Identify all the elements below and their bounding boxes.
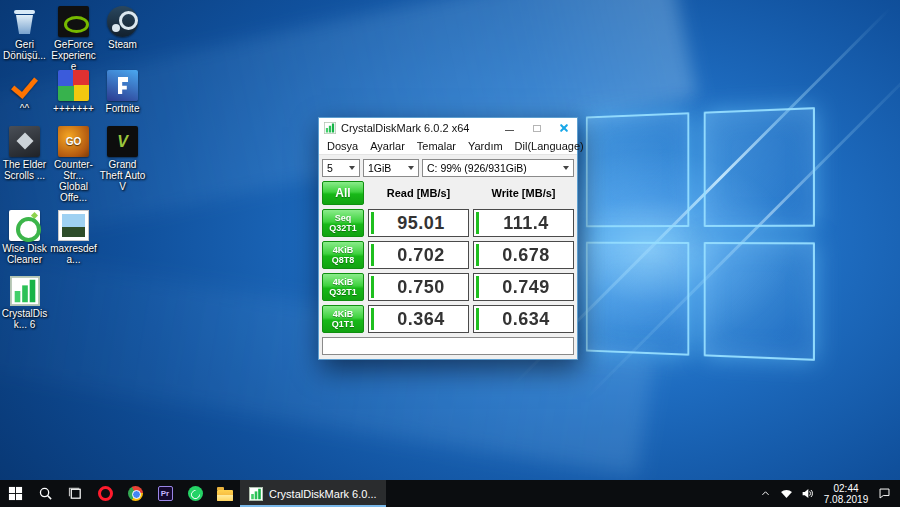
crystaldiskmark-window: CrystalDiskMark 6.0.2 x64 Dosya Ayarlar … <box>318 117 578 360</box>
desktop-icon-label: GeForce Experience <box>50 39 98 72</box>
4kib-q8t8-button[interactable]: 4KiBQ8T8 <box>322 241 364 269</box>
task-view-icon <box>68 486 83 501</box>
search-icon <box>38 486 53 501</box>
desktop-icon-steam[interactable]: Steam <box>98 6 147 70</box>
minimize-icon <box>505 130 514 131</box>
desktop-icon-orange-app[interactable]: ^^ <box>0 70 49 126</box>
recycle-bin-icon <box>9 6 40 37</box>
desktop-icon-label: Grand Theft Auto V <box>99 159 147 192</box>
4kib-q1t1-write-value: 0.634 <box>473 305 574 333</box>
elder-scrolls-icon <box>9 126 40 157</box>
desktop: Geri Dönüşü... ^^ The Elder Scrolls ... … <box>0 0 900 507</box>
taskbar-file-explorer-button[interactable] <box>210 480 240 507</box>
wise-disk-cleaner-icon <box>9 210 40 241</box>
desktop-icon-column: GeForce Experience +++++++ GO Counter-St… <box>49 6 98 276</box>
all-button[interactable]: All <box>322 181 364 205</box>
system-tray: 02:44 7.08.2019 <box>755 480 900 507</box>
action-center-button[interactable] <box>874 480 895 507</box>
taskbar-clock[interactable]: 02:44 7.08.2019 <box>818 483 874 505</box>
chrome-icon <box>128 486 143 501</box>
desktop-icon-gtav[interactable]: V Grand Theft Auto V <box>98 126 147 210</box>
desktop-icon-column: Geri Dönüşü... ^^ The Elder Scrolls ... … <box>0 6 49 336</box>
chevron-down-icon <box>563 166 569 170</box>
maximize-icon <box>533 125 541 132</box>
menu-ayarlar[interactable]: Ayarlar <box>364 140 411 152</box>
app-icon <box>324 122 336 134</box>
desktop-icon-recycle-bin[interactable]: Geri Dönüşü... <box>0 6 49 70</box>
taskbar-opera-button[interactable] <box>90 480 120 507</box>
taskbar-chrome-button[interactable] <box>120 480 150 507</box>
menu-yardim[interactable]: Yardım <box>462 140 509 152</box>
desktop-icon-fortnite[interactable]: Fortnite <box>98 70 147 126</box>
network-button[interactable] <box>776 480 797 507</box>
window-titlebar[interactable]: CrystalDiskMark 6.0.2 x64 <box>319 118 577 138</box>
desktop-icon-elder-scrolls[interactable]: The Elder Scrolls ... <box>0 126 49 210</box>
taskbar-premiere-button[interactable]: Pr <box>150 480 180 507</box>
orange-check-icon <box>9 70 40 101</box>
seq-q32t1-read-value: 95.01 <box>368 209 469 237</box>
desktop-icon-column: Steam Fortnite V Grand Theft Auto V <box>98 6 147 210</box>
desktop-icon-maxresdefault[interactable]: maxresdefa... <box>49 210 98 276</box>
desktop-icon-label: +++++++ <box>50 103 98 114</box>
desktop-icon-label: The Elder Scrolls ... <box>1 159 49 181</box>
chevron-up-icon <box>760 488 771 499</box>
taskbar-task-crystaldiskmark[interactable]: CrystalDiskMark 6.0... <box>240 480 386 507</box>
menu-language[interactable]: Dil(Language) <box>509 140 590 152</box>
windows-logo-pane <box>703 107 815 226</box>
menu-temalar[interactable]: Temalar <box>411 140 462 152</box>
desktop-icon-wise-disk-cleaner[interactable]: Wise Disk Cleaner <box>0 210 49 276</box>
start-button[interactable] <box>0 480 30 507</box>
taskbar-whatsapp-button[interactable] <box>180 480 210 507</box>
desktop-icon-label: CrystalDisk... 6 <box>1 308 49 330</box>
maximize-button[interactable] <box>523 118 550 138</box>
4kib-q8t8-read-value: 0.702 <box>368 241 469 269</box>
tray-overflow-button[interactable] <box>755 480 776 507</box>
mosaic-icon <box>58 70 89 101</box>
chevron-down-icon <box>349 166 355 170</box>
desktop-icon-geforce-experience[interactable]: GeForce Experience <box>49 6 98 70</box>
test-size-select[interactable]: 1GiB <box>363 159 419 177</box>
desktop-icon-label: Counter-Str... Global Offe... <box>50 159 98 203</box>
whatsapp-icon <box>188 486 203 501</box>
desktop-icon-label: Fortnite <box>99 103 147 114</box>
test-controls: 5 1GiB C: 99% (926/931GiB) <box>322 159 574 177</box>
task-view-button[interactable] <box>60 480 90 507</box>
desktop-icon-label: ^^ <box>1 103 49 114</box>
seq-q32t1-write-value: 111.4 <box>473 209 574 237</box>
4kib-q32t1-button[interactable]: 4KiBQ32T1 <box>322 273 364 301</box>
window-caption-buttons <box>496 118 577 138</box>
menu-bar: Dosya Ayarlar Temalar Yardım Dil(Languag… <box>319 138 577 155</box>
seq-q32t1-button[interactable]: SeqQ32T1 <box>322 209 364 237</box>
steam-icon <box>107 6 138 37</box>
image-file-icon <box>58 210 89 241</box>
read-header: Read [MB/s] <box>368 181 469 205</box>
desktop-icon-label: Geri Dönüşü... <box>1 39 49 61</box>
windows-logo-pane <box>586 112 689 226</box>
geforce-icon <box>58 6 89 37</box>
window-content: 5 1GiB C: 99% (926/931GiB) All Read [MB/… <box>319 155 577 359</box>
4kib-q1t1-button[interactable]: 4KiBQ1T1 <box>322 305 364 333</box>
wallpaper-light-streak <box>584 59 900 401</box>
crystaldiskmark-icon <box>10 276 40 306</box>
wifi-icon <box>780 487 793 500</box>
speaker-icon <box>801 487 814 500</box>
close-button[interactable] <box>550 118 577 138</box>
desktop-icon-crystaldiskmark[interactable]: CrystalDisk... 6 <box>0 276 49 336</box>
taskbar-search-button[interactable] <box>30 480 60 507</box>
taskbar: Pr CrystalDiskMark 6.0... 02:44 7.08.201… <box>0 480 900 507</box>
gtav-icon: V <box>107 126 138 157</box>
opera-icon <box>98 486 113 501</box>
target-drive-select[interactable]: C: 99% (926/931GiB) <box>422 159 574 177</box>
menu-dosya[interactable]: Dosya <box>321 140 364 152</box>
desktop-icon-label: Steam <box>99 39 147 50</box>
write-header: Write [MB/s] <box>473 181 574 205</box>
4kib-q32t1-write-value: 0.749 <box>473 273 574 301</box>
clock-time: 02:44 <box>820 483 872 494</box>
window-title: CrystalDiskMark 6.0.2 x64 <box>341 122 496 134</box>
test-count-select[interactable]: 5 <box>322 159 360 177</box>
minimize-button[interactable] <box>496 118 523 138</box>
volume-button[interactable] <box>797 480 818 507</box>
comment-field[interactable] <box>322 337 574 355</box>
desktop-icon-csgo[interactable]: GO Counter-Str... Global Offe... <box>49 126 98 210</box>
desktop-icon-colorful-app[interactable]: +++++++ <box>49 70 98 126</box>
